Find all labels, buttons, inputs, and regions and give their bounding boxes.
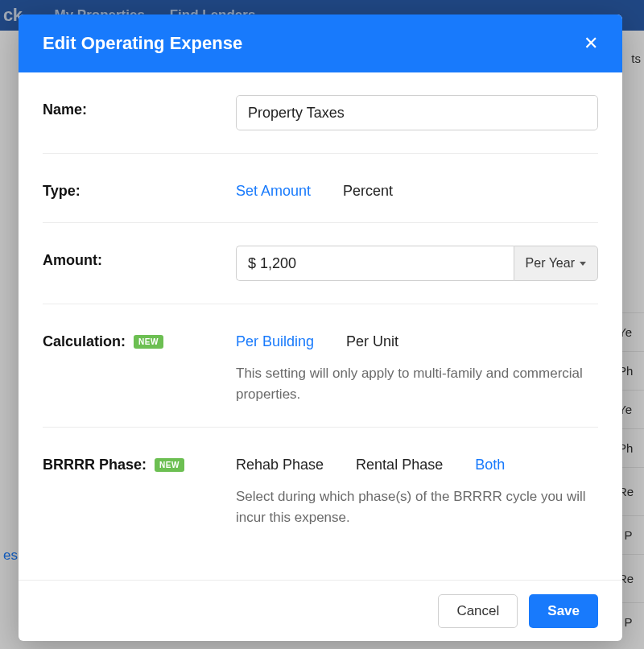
label-brrrr: BRRRR Phase:: [43, 457, 147, 473]
row-brrrr-phase: BRRRR Phase: NEW Rehab Phase Rental Phas…: [43, 428, 598, 550]
brrrr-option-both[interactable]: Both: [475, 457, 505, 473]
new-badge: NEW: [134, 335, 163, 349]
modal-title: Edit Operating Expense: [43, 33, 242, 54]
modal-body: Name: Type: Set Amount Percent Amount:: [19, 72, 622, 580]
modal-header: Edit Operating Expense ✕: [19, 14, 622, 72]
brrrr-help: Select during which phase(s) of the BRRR…: [236, 486, 598, 527]
amount-period-dropdown[interactable]: Per Year: [514, 246, 598, 281]
caret-down-icon: [580, 262, 586, 266]
label-name: Name:: [43, 95, 236, 118]
amount-period-label: Per Year: [526, 256, 575, 271]
edit-expense-modal: Edit Operating Expense ✕ Name: Type: Set…: [19, 14, 622, 641]
close-icon: ✕: [584, 33, 598, 53]
amount-input[interactable]: [236, 246, 514, 281]
row-amount: Amount: Per Year: [43, 223, 598, 304]
new-badge: NEW: [155, 458, 184, 472]
type-option-percent[interactable]: Percent: [343, 183, 393, 200]
label-type: Type:: [43, 176, 236, 200]
label-amount: Amount:: [43, 246, 236, 269]
modal-footer: Cancel Save: [19, 580, 622, 641]
cancel-button[interactable]: Cancel: [438, 594, 518, 628]
close-button[interactable]: ✕: [579, 31, 603, 56]
label-calculation: Calculation:: [43, 333, 126, 350]
calc-option-per-building[interactable]: Per Building: [236, 333, 314, 350]
brrrr-option-rehab[interactable]: Rehab Phase: [236, 457, 324, 473]
row-type: Type: Set Amount Percent: [43, 154, 598, 223]
row-calculation: Calculation: NEW Per Building Per Unit T…: [43, 304, 598, 428]
name-input[interactable]: [236, 95, 598, 130]
brrrr-option-rental[interactable]: Rental Phase: [356, 457, 443, 473]
calc-option-per-unit[interactable]: Per Unit: [346, 333, 398, 350]
type-option-set-amount[interactable]: Set Amount: [236, 183, 311, 200]
save-button[interactable]: Save: [529, 594, 598, 628]
row-name: Name:: [43, 72, 598, 154]
calculation-help: This setting will only apply to multi-fa…: [236, 363, 598, 404]
